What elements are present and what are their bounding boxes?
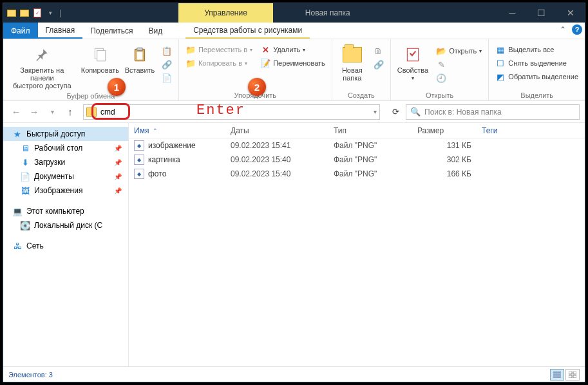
desktop-icon: 🖥 <box>20 143 30 153</box>
copy-path-icon: 📄 <box>159 71 175 84</box>
maximize-button[interactable]: ☐ <box>527 3 556 23</box>
select-all-button[interactable]: ▦Выделить все <box>493 43 581 56</box>
tab-view[interactable]: Вид <box>140 23 170 39</box>
new-group-label: Создать <box>336 90 386 100</box>
disk-icon: 💽 <box>20 220 30 230</box>
folder-icon <box>86 108 97 117</box>
file-row[interactable]: ◆фото 09.02.2023 15:40 Файл "PNG" 166 КБ <box>129 167 585 181</box>
open-button[interactable]: 📂Открыть▾ <box>433 44 484 57</box>
folder-icon <box>19 7 30 19</box>
sidebar-item-desktop[interactable]: 🖥Рабочий стол📌 <box>3 141 128 155</box>
select-none-icon: ☐ <box>495 58 506 68</box>
new-folder-icon <box>342 44 363 65</box>
refresh-button[interactable]: ⟳ <box>388 104 403 120</box>
easy-access-icon[interactable]: 🔗 <box>371 58 386 71</box>
paste-button[interactable]: Вставить <box>123 43 156 75</box>
status-bar: Элементов: 3 <box>3 366 585 382</box>
delete-button[interactable]: ✕Удалить▾ <box>258 43 328 56</box>
column-name[interactable]: Имя⌃ <box>129 126 225 135</box>
new-folder-button[interactable]: Новая папка <box>336 43 368 83</box>
nav-dropdown-icon[interactable]: ▾ <box>367 104 383 120</box>
file-row[interactable]: ◆изображение 09.02.2023 15:41 Файл "PNG"… <box>129 138 585 153</box>
column-type[interactable]: Тип <box>328 126 412 135</box>
copy-label: Копировать <box>81 66 119 74</box>
properties-icon[interactable]: ✓ <box>32 7 43 19</box>
qat-dropdown-icon[interactable]: ▾ <box>44 7 56 19</box>
view-thumbnails-button[interactable] <box>565 369 580 380</box>
properties-button[interactable]: Свойства ▾ <box>395 43 431 82</box>
new-folder-label: Новая папка <box>342 66 363 82</box>
svg-rect-1 <box>97 51 106 61</box>
pin-icon: 📌 <box>113 157 123 167</box>
properties-icon <box>403 44 423 65</box>
file-row[interactable]: ◆картинка 09.02.2023 15:40 Файл "PNG" 30… <box>129 153 585 167</box>
svg-rect-4 <box>137 52 143 60</box>
png-file-icon: ◆ <box>134 169 144 179</box>
png-file-icon: ◆ <box>134 140 144 151</box>
edit-icon: ✎ <box>433 58 484 71</box>
window-title: Новая папка <box>305 8 350 17</box>
tab-picture-tools[interactable]: Средства работы с рисунками <box>185 23 310 39</box>
sidebar-item-quick-access[interactable]: ★ Быстрый доступ <box>3 127 128 141</box>
invert-selection-button[interactable]: ◩Обратить выделение <box>493 70 581 83</box>
pin-icon: 📌 <box>113 185 123 196</box>
clipboard-group-label: Буфер обмена <box>7 91 175 101</box>
invert-icon: ◩ <box>495 71 506 82</box>
ribbon: 1 2 Закрепить на панели быстрого доступа… <box>3 39 585 101</box>
pin-icon: 📌 <box>113 143 123 153</box>
tab-file[interactable]: Файл <box>3 23 38 39</box>
move-to-button[interactable]: 📁Переместить в▾ <box>183 43 255 56</box>
pin-icon: 📌 <box>113 171 123 182</box>
sidebar-item-network[interactable]: 🖧Сеть <box>3 239 128 253</box>
copy-button[interactable]: Копировать <box>80 43 121 75</box>
minimize-button[interactable]: ─ <box>498 3 527 23</box>
svg-rect-3 <box>137 48 143 50</box>
downloads-icon: ⬇ <box>20 157 30 167</box>
copy-to-button[interactable]: 📁Копировать в▾ <box>183 57 255 70</box>
view-details-button[interactable] <box>550 369 564 380</box>
select-none-button[interactable]: ☐Снять выделение <box>493 57 581 70</box>
ribbon-group-open: Свойства ▾ 📂Открыть▾ ✎ 🕘 Открыть <box>391 39 489 100</box>
address-bar-row: ← → ▾ ↑ cmd Enter ▾ ⟳ 🔍 Поиск в: Новая п… <box>3 101 585 123</box>
titlebar: ✓ ▾ | Управление Новая папка ─ ☐ ✕ <box>3 3 585 23</box>
column-date[interactable]: Даты <box>225 126 328 135</box>
ribbon-group-new: Новая папка 🗎 🔗 Создать <box>332 39 391 100</box>
sidebar-item-local-disk[interactable]: 💽Локальный диск (C <box>3 218 128 232</box>
column-headers: Имя⌃ Даты Тип Размер Теги <box>129 123 585 138</box>
search-input[interactable]: 🔍 Поиск в: Новая папка <box>406 104 580 120</box>
nav-up-button[interactable]: ↑ <box>62 104 78 120</box>
nav-forward-button[interactable]: → <box>26 104 42 120</box>
clipboard-shortcut-icon: 📋 <box>159 44 175 57</box>
move-to-icon: 📁 <box>185 44 196 55</box>
search-icon: 🔍 <box>410 107 421 117</box>
rename-button[interactable]: 📝Переименовать <box>258 57 328 70</box>
pc-icon: 💻 <box>12 206 23 216</box>
sidebar-item-this-pc[interactable]: 💻Этот компьютер <box>3 204 128 218</box>
nav-back-button[interactable]: ← <box>8 104 24 120</box>
pin-button[interactable]: Закрепить на панели быстрого доступа <box>7 43 77 91</box>
file-list-pane: Имя⌃ Даты Тип Размер Теги ◆изображение 0… <box>129 123 585 366</box>
new-item-icon[interactable]: 🗎 <box>371 44 386 57</box>
svg-rect-7 <box>573 371 576 374</box>
sidebar-item-downloads[interactable]: ⬇Загрузки📌 <box>3 155 128 169</box>
network-icon: 🖧 <box>12 241 23 251</box>
help-icon[interactable]: ? <box>572 24 582 35</box>
close-button[interactable]: ✕ <box>556 3 585 23</box>
tab-home[interactable]: Главная <box>38 23 83 39</box>
callout-2: 2 <box>248 78 266 96</box>
select-all-icon: ▦ <box>495 44 506 55</box>
svg-rect-9 <box>573 375 576 378</box>
collapse-ribbon-icon[interactable]: ⌃ <box>556 24 569 35</box>
tab-share[interactable]: Поделиться <box>82 23 140 39</box>
pin-icon <box>32 44 52 65</box>
sidebar-item-pictures[interactable]: 🖼Изображения📌 <box>3 183 128 198</box>
column-size[interactable]: Размер <box>412 126 477 135</box>
star-icon: ★ <box>12 129 23 139</box>
contextual-tab-label: Управление <box>178 3 273 23</box>
column-tags[interactable]: Теги <box>477 126 528 135</box>
nav-recent-dropdown[interactable]: ▾ <box>44 104 60 120</box>
search-placeholder: Поиск в: Новая папка <box>424 108 502 117</box>
sidebar-item-documents[interactable]: 📄Документы📌 <box>3 169 128 183</box>
address-input[interactable]: cmd <box>83 104 380 120</box>
content-area: ★ Быстрый доступ 🖥Рабочий стол📌 ⬇Загрузк… <box>3 123 585 366</box>
